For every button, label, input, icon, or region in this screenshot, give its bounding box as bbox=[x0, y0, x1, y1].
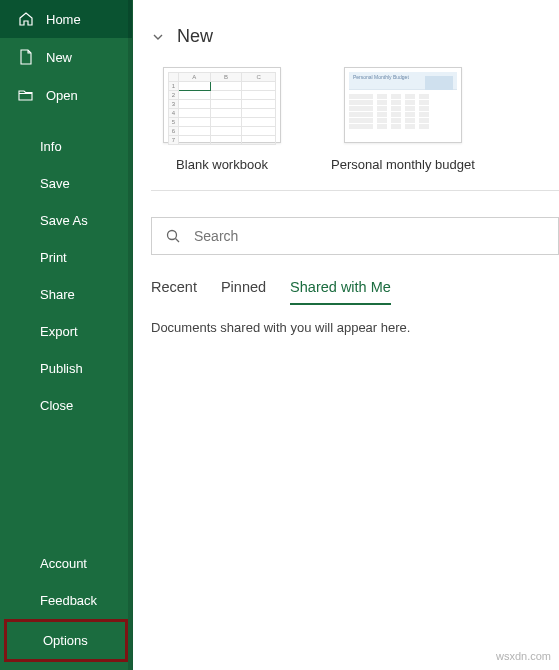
template-blank-workbook[interactable]: ABC 1 2 3 4 5 6 7 Blank workbook bbox=[163, 67, 281, 172]
sidebar-item-close[interactable]: Close bbox=[0, 387, 132, 424]
folder-open-icon bbox=[18, 87, 34, 103]
home-icon bbox=[18, 11, 34, 27]
sidebar-item-home[interactable]: Home bbox=[0, 0, 132, 38]
tab-pinned[interactable]: Pinned bbox=[221, 279, 266, 305]
search-input[interactable] bbox=[194, 228, 558, 244]
sidebar-label: Share bbox=[40, 287, 75, 302]
tab-shared-with-me[interactable]: Shared with Me bbox=[290, 279, 391, 305]
sidebar-label: New bbox=[46, 50, 72, 65]
sidebar-label: Save bbox=[40, 176, 70, 191]
sidebar-item-print[interactable]: Print bbox=[0, 239, 132, 276]
sidebar-label: Feedback bbox=[40, 593, 97, 608]
sidebar-label: Home bbox=[46, 12, 81, 27]
tab-recent[interactable]: Recent bbox=[151, 279, 197, 305]
document-tabs: Recent Pinned Shared with Me bbox=[133, 255, 559, 306]
sidebar-label: Open bbox=[46, 88, 78, 103]
search-box[interactable] bbox=[151, 217, 559, 255]
sidebar-item-save[interactable]: Save bbox=[0, 165, 132, 202]
sidebar-item-save-as[interactable]: Save As bbox=[0, 202, 132, 239]
sidebar-item-open[interactable]: Open bbox=[0, 76, 132, 114]
sidebar-item-options[interactable]: Options bbox=[7, 622, 125, 659]
backstage-sidebar: Home New Open Info Save Save As Print Sh… bbox=[0, 0, 133, 670]
template-thumbnail bbox=[344, 67, 462, 143]
new-file-icon bbox=[18, 49, 34, 65]
sidebar-item-feedback[interactable]: Feedback bbox=[0, 582, 132, 619]
sidebar-label: Info bbox=[40, 139, 62, 154]
template-label: Personal monthly budget bbox=[331, 157, 475, 172]
sidebar-label: Account bbox=[40, 556, 87, 571]
divider bbox=[151, 190, 559, 191]
section-header-new[interactable]: New bbox=[133, 0, 559, 67]
svg-line-1 bbox=[176, 239, 180, 243]
sidebar-label: Close bbox=[40, 398, 73, 413]
empty-state-message: Documents shared with you will appear he… bbox=[133, 306, 559, 349]
sidebar-scrollbar[interactable] bbox=[128, 0, 132, 670]
watermark: wsxdn.com bbox=[496, 650, 551, 662]
sidebar-label: Export bbox=[40, 324, 78, 339]
sidebar-item-new[interactable]: New bbox=[0, 38, 132, 76]
section-title: New bbox=[177, 26, 213, 47]
sidebar-item-export[interactable]: Export bbox=[0, 313, 132, 350]
sidebar-label: Publish bbox=[40, 361, 83, 376]
sidebar-item-share[interactable]: Share bbox=[0, 276, 132, 313]
sidebar-label: Options bbox=[43, 633, 88, 648]
sidebar-item-account[interactable]: Account bbox=[0, 545, 132, 582]
search-icon bbox=[152, 228, 194, 244]
sidebar-label: Save As bbox=[40, 213, 88, 228]
sidebar-item-info[interactable]: Info bbox=[0, 128, 132, 165]
template-label: Blank workbook bbox=[176, 157, 268, 172]
sidebar-item-publish[interactable]: Publish bbox=[0, 350, 132, 387]
chevron-down-icon bbox=[151, 30, 165, 44]
template-thumbnail: ABC 1 2 3 4 5 6 7 bbox=[163, 67, 281, 143]
main-content: New ABC 1 2 3 4 5 6 7 bbox=[133, 0, 559, 670]
options-highlight-box: Options bbox=[4, 619, 128, 662]
sidebar-label: Print bbox=[40, 250, 67, 265]
template-gallery: ABC 1 2 3 4 5 6 7 Blank workbook bbox=[133, 67, 559, 190]
template-personal-monthly-budget[interactable]: Personal monthly budget bbox=[331, 67, 475, 172]
svg-point-0 bbox=[168, 231, 177, 240]
